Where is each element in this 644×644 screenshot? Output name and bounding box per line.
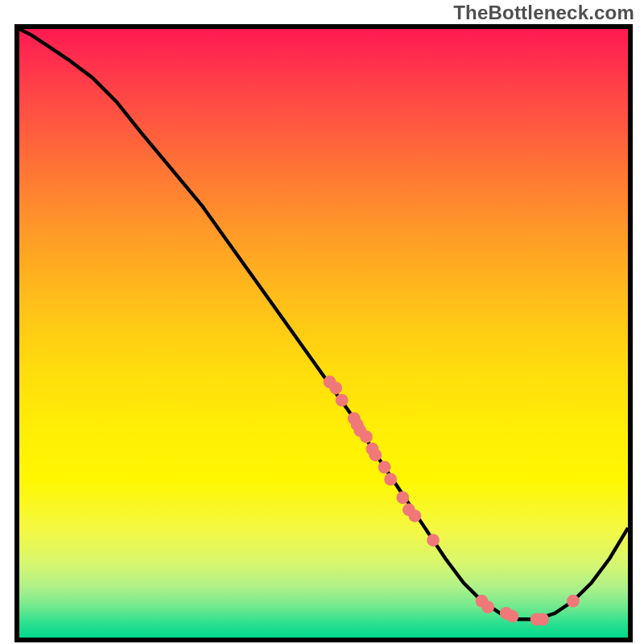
data-point <box>360 431 373 444</box>
attribution-label: TheBottleneck.com <box>453 2 634 24</box>
data-point <box>567 595 580 608</box>
data-point <box>536 613 549 625</box>
data-point <box>336 394 349 407</box>
data-point <box>481 601 494 613</box>
data-point <box>506 610 518 623</box>
data-point <box>427 534 440 547</box>
data-point <box>384 473 397 486</box>
data-point <box>409 510 422 522</box>
data-point <box>369 448 382 461</box>
data-point <box>396 491 409 504</box>
data-points <box>324 376 580 626</box>
data-point <box>329 382 342 394</box>
bottleneck-curve <box>19 29 628 619</box>
chart-area <box>14 24 633 642</box>
chart-svg <box>19 29 628 638</box>
data-point <box>378 460 391 473</box>
